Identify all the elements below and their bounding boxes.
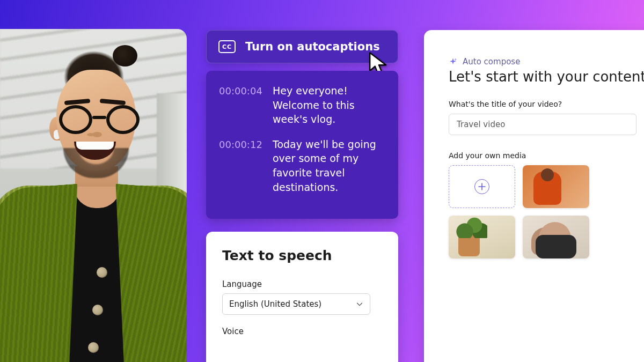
language-select[interactable]: English (United States) [222, 293, 370, 315]
caption-row[interactable]: 00:00:04 Hey everyone! Welcome to this w… [219, 84, 385, 127]
presenter-photo [0, 29, 187, 362]
caption-timestamp: 00:00:04 [219, 84, 263, 127]
plus-icon [474, 179, 489, 194]
sparkle-icon [449, 57, 457, 66]
caption-text: Hey everyone! Welcome to this week's vlo… [273, 84, 385, 127]
video-title-label: What's the title of your video? [449, 100, 644, 108]
text-to-speech-panel: Text to speech Language English (United … [206, 232, 398, 362]
auto-compose-heading: Let's start with your content [449, 69, 644, 85]
closed-captions-icon: CC [218, 40, 236, 53]
language-select-value: English (United States) [229, 299, 321, 309]
voice-label: Voice [222, 327, 382, 336]
auto-compose-panel: Auto compose Let's start with your conte… [424, 30, 644, 362]
chevron-down-icon [356, 300, 363, 308]
media-thumbnail[interactable] [523, 165, 589, 208]
turn-on-autocaptions-button[interactable]: CC Turn on autocaptions [206, 30, 398, 63]
caption-row[interactable]: 00:00:12 Today we'll be going over some … [219, 137, 385, 194]
tts-heading: Text to speech [222, 248, 382, 263]
language-label: Language [222, 279, 382, 289]
caption-text: Today we'll be going over some of my fav… [273, 137, 385, 194]
autocaptions-button-label: Turn on autocaptions [245, 40, 380, 53]
captions-panel: 00:00:04 Hey everyone! Welcome to this w… [206, 71, 398, 219]
media-thumbnail[interactable] [523, 216, 589, 258]
add-media-label: Add your own media [449, 151, 644, 160]
caption-timestamp: 00:00:12 [219, 137, 263, 194]
video-title-input[interactable]: Travel video [449, 114, 636, 135]
media-thumbnail[interactable] [449, 216, 515, 258]
add-media-tile[interactable] [449, 165, 515, 208]
video-title-value: Travel video [457, 120, 505, 129]
auto-compose-badge: Auto compose [463, 57, 520, 67]
